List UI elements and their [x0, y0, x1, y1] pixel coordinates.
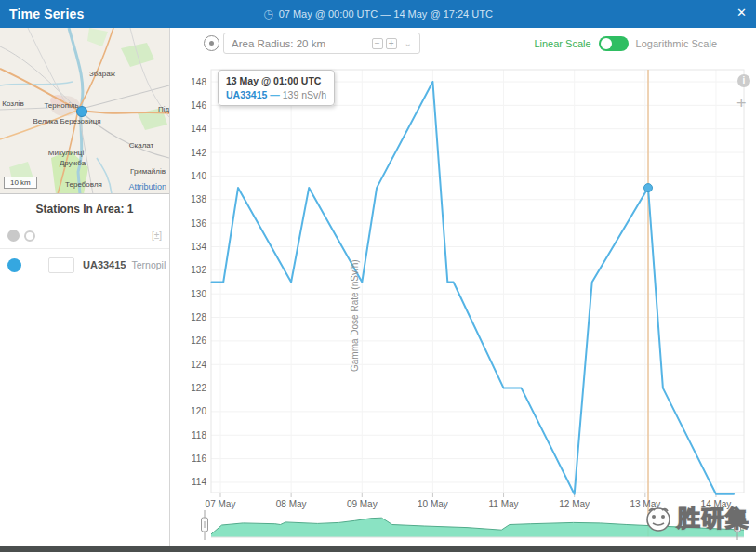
- series-line[interactable]: [212, 82, 735, 494]
- info-icon[interactable]: i: [737, 74, 750, 87]
- y-tick-label: 146: [191, 100, 206, 111]
- x-tick-label: 12 May: [559, 499, 590, 509]
- map-place-label: Гримайлів: [130, 167, 166, 176]
- tooltip-value: 139 nSv/h: [283, 89, 326, 100]
- close-icon[interactable]: ✕: [736, 7, 747, 19]
- y-tick-label: 148: [191, 77, 206, 87]
- map-place-label: Велика Березовиця: [33, 117, 100, 125]
- station-id: UA33415: [83, 259, 126, 270]
- y-tick-label: 142: [191, 148, 206, 158]
- y-tick-label: 130: [191, 289, 206, 299]
- y-tick-label: 116: [192, 453, 206, 464]
- y-tick-label: 126: [191, 335, 206, 346]
- map-attribution-link[interactable]: Attribution: [128, 182, 166, 191]
- station-marker[interactable]: [77, 107, 87, 117]
- y-tick-label: 134: [191, 242, 206, 252]
- y-axis-title: Gamma Dose Rate (nSv/h): [350, 259, 360, 372]
- x-tick-label: 14 May: [701, 499, 732, 509]
- map-place-label: Микулинці: [48, 149, 85, 157]
- map-place-label: Козлів: [2, 99, 23, 108]
- date-range-text: 07 May @ 00:00 UTC — 14 May @ 17:24 UTC: [279, 8, 493, 20]
- y-tick-label: 124: [191, 360, 206, 370]
- station-city: Ternopil: [131, 259, 166, 270]
- time-series-window: Time Series ◷ 07 May @ 00:00 UTC — 14 Ma…: [0, 0, 756, 552]
- map-place-label: Скалат: [129, 141, 154, 150]
- window-title: Time Series: [0, 7, 85, 21]
- y-tick-label: 138: [191, 194, 206, 204]
- x-tick-label: 13 May: [630, 499, 660, 509]
- y-tick-label: 114: [192, 477, 206, 487]
- bottom-window-edge: [0, 546, 756, 552]
- tooltip-series-dash: —: [270, 89, 280, 100]
- station-filter-row: [±]: [0, 223, 169, 249]
- x-tick-label: 07 May: [206, 499, 236, 509]
- map-canvas: ЗбаражКозлівТернопільВелика БерезовицяМи…: [0, 28, 169, 194]
- sidebar: ЗбаражКозлівТернопільВелика БерезовицяМи…: [0, 28, 170, 546]
- ukraine-flag-icon: [48, 257, 74, 273]
- tooltip-station: UA33415: [226, 89, 267, 100]
- select-all-toggle-icon[interactable]: [7, 230, 20, 242]
- filter-badge: [±]: [152, 230, 162, 241]
- map-place-label: Під: [158, 105, 169, 113]
- select-none-toggle-icon[interactable]: [24, 230, 35, 242]
- x-tick-label: 10 May: [418, 499, 448, 509]
- hovered-point[interactable]: [644, 184, 653, 192]
- navigator-area[interactable]: [211, 518, 744, 537]
- y-tick-label: 136: [191, 218, 206, 229]
- stations-in-area-header: Stations In Area: 1: [0, 203, 169, 216]
- map-place-label: Дружба: [60, 159, 86, 167]
- x-tick-label: 11 May: [489, 499, 519, 509]
- clock-icon: ◷: [263, 7, 272, 20]
- tooltip-time: 13 May @ 01:00 UTC: [226, 75, 326, 86]
- x-tick-label: 09 May: [347, 499, 378, 509]
- window-titlebar: Time Series ◷ 07 May @ 00:00 UTC — 14 Ma…: [0, 0, 756, 28]
- map-scale-control[interactable]: 10 km: [4, 177, 37, 189]
- station-selected-radio[interactable]: [7, 258, 21, 272]
- date-range: ◷ 07 May @ 00:00 UTC — 14 May @ 17:24 UT…: [263, 7, 493, 20]
- y-tick-label: 144: [191, 124, 206, 134]
- y-tick-label: 132: [191, 265, 206, 275]
- zoom-plus-icon[interactable]: +: [736, 95, 747, 112]
- mini-map[interactable]: ЗбаражКозлівТернопільВелика БерезовицяМи…: [0, 28, 169, 194]
- map-place-label: Теребовля: [65, 180, 102, 189]
- y-tick-label: 120: [191, 406, 206, 416]
- map-place-label: Збараж: [89, 70, 116, 78]
- map-place-label: Тернопіль: [44, 101, 78, 110]
- chart-tooltip: 13 May @ 01:00 UTC UA33415 — 139 nSv/h: [218, 70, 335, 106]
- y-tick-label: 122: [191, 383, 206, 393]
- y-tick-label: 140: [191, 171, 206, 181]
- station-list-item[interactable]: UA33415 Ternopil: [0, 251, 169, 279]
- y-tick-label: 118: [192, 430, 206, 440]
- y-tick-label: 128: [191, 312, 206, 322]
- x-tick-label: 08 May: [276, 499, 307, 509]
